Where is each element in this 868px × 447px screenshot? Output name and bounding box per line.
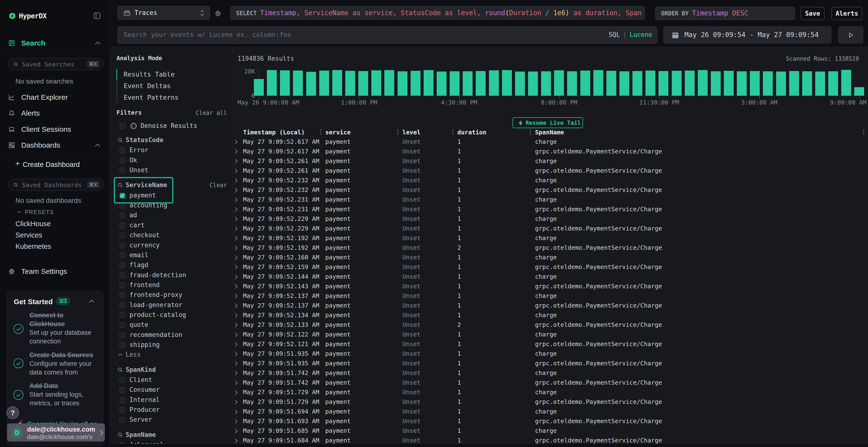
denoise-checkbox[interactable] (120, 123, 125, 129)
histogram-bar[interactable] (815, 72, 825, 96)
row-expand-chevron-icon[interactable] (235, 400, 238, 405)
checkbox[interactable] (120, 282, 125, 288)
column-header-timestamp-local-[interactable]: Timestamp (Local) (243, 129, 305, 136)
column-resize-handle[interactable] (530, 129, 531, 135)
row-expand-chevron-icon[interactable] (235, 342, 238, 347)
language-lucene-option[interactable]: Lucene (629, 31, 652, 38)
row-expand-chevron-icon[interactable] (235, 255, 238, 260)
histogram-bar[interactable] (371, 70, 381, 96)
histogram-bar[interactable] (789, 71, 799, 96)
table-row[interactable]: May 27 9:09:52.261 AMpaymentUnset1grpc.o… (233, 166, 868, 176)
checkbox[interactable] (120, 233, 125, 238)
histogram-bar[interactable] (358, 71, 368, 96)
checkbox[interactable] (120, 322, 125, 328)
column-header-spanname[interactable]: SpanName (535, 129, 564, 136)
checkbox[interactable] (120, 417, 125, 423)
histogram-bar[interactable] (593, 70, 603, 96)
histogram-bar[interactable] (280, 70, 290, 96)
table-row[interactable]: May 27 9:09:52.143 AMpaymentUnset1grpc.o… (233, 282, 868, 291)
checkbox[interactable] (120, 148, 125, 153)
checkbox[interactable] (120, 342, 125, 348)
table-row[interactable]: May 27 9:09:51.742 AMpaymentUnset1charge (233, 369, 868, 378)
histogram-bar[interactable] (632, 71, 642, 96)
table-row[interactable]: May 27 9:09:52.137 AMpaymentUnset1charge (233, 291, 868, 301)
analysis-mode-event-deltas[interactable]: Event Deltas (124, 80, 220, 92)
checkbox[interactable] (120, 312, 125, 318)
table-row[interactable]: May 27 9:09:52.617 AMpaymentUnset1charge (233, 137, 868, 147)
histogram-bar[interactable] (528, 72, 538, 96)
histogram-bar[interactable] (828, 71, 838, 96)
filter-option--closure-[interactable]: {closure} (110, 441, 233, 444)
histogram-bar[interactable] (515, 72, 525, 96)
preset-item-clickhouse[interactable]: ClickHouse (16, 220, 97, 230)
sql-select-editor[interactable]: SELECT Timestamp, ServiceName as service… (230, 6, 645, 20)
sidebar-item-chart-explorer[interactable]: Chart Explorer (0, 91, 110, 104)
row-expand-chevron-icon[interactable] (235, 216, 238, 221)
checkbox[interactable] (120, 253, 125, 258)
language-sql-option[interactable]: SQL (609, 31, 620, 38)
histogram-bar[interactable] (476, 71, 486, 96)
histogram-bar[interactable] (463, 71, 472, 96)
row-expand-chevron-icon[interactable] (235, 371, 238, 376)
analysis-mode-event-patterns[interactable]: Event Patterns (124, 92, 220, 103)
histogram-bar[interactable] (293, 71, 303, 96)
histogram-bar[interactable] (763, 71, 773, 96)
row-expand-chevron-icon[interactable] (235, 168, 238, 173)
row-expand-chevron-icon[interactable] (235, 226, 238, 231)
sidebar-item-dashboards[interactable]: Dashboards (0, 138, 110, 152)
saved-dashboards-input[interactable]: Saved Dashboards ⌘K (8, 179, 104, 191)
preset-item-kubernetes[interactable]: Kubernetes (16, 243, 97, 252)
table-row[interactable]: May 27 9:09:52.159 AMpaymentUnset1grpc.o… (233, 263, 868, 272)
filter-group-clear-link[interactable]: Clear (210, 182, 227, 188)
histogram-bar[interactable] (607, 71, 616, 96)
table-row[interactable]: May 27 9:09:52.232 AMpaymentUnset1charge (233, 176, 868, 185)
filter-option-server[interactable]: Server (110, 416, 233, 425)
row-expand-chevron-icon[interactable] (235, 351, 238, 356)
row-expand-chevron-icon[interactable] (235, 294, 238, 299)
column-header-service[interactable]: service (325, 129, 350, 136)
clear-all-filters-link[interactable]: Clear all (195, 110, 227, 116)
histogram-bar[interactable] (384, 70, 394, 96)
checkbox[interactable] (120, 213, 125, 218)
row-expand-chevron-icon[interactable] (235, 419, 238, 424)
checkbox-checked[interactable] (120, 193, 125, 199)
saved-searches-input[interactable]: Saved Searches ⌘K (8, 58, 104, 70)
checkbox[interactable] (120, 223, 125, 228)
histogram-bar[interactable] (254, 79, 264, 96)
user-menu[interactable]: D dale@clickhouse.com dale@clickhouse.co… (7, 423, 105, 442)
date-range-picker[interactable]: May 26 09:09:54 - May 27 09:09:54 (663, 27, 831, 43)
histogram-bar[interactable] (698, 70, 708, 96)
histogram-bar[interactable] (424, 70, 434, 96)
table-row[interactable]: May 27 9:09:52.160 AMpaymentUnset1charge (233, 253, 868, 263)
table-row[interactable]: May 27 9:09:52.229 AMpaymentUnset1grpc.o… (233, 224, 868, 234)
filter-option-flagd[interactable]: flagd (110, 261, 233, 271)
histogram-bar[interactable] (567, 71, 577, 96)
lucene-search-input[interactable]: Search your events w/ Lucene ex. column:… (117, 27, 657, 44)
row-expand-chevron-icon[interactable] (235, 332, 238, 337)
checkbox[interactable] (120, 203, 125, 208)
histogram-bar[interactable] (541, 71, 551, 96)
column-resize-handle[interactable] (397, 129, 399, 135)
filter-option-frontend[interactable]: frontend (110, 281, 233, 291)
sidebar-collapse-icon[interactable] (94, 12, 100, 19)
checkbox[interactable] (120, 377, 125, 383)
row-expand-chevron-icon[interactable] (235, 390, 238, 395)
histogram-bar[interactable] (646, 71, 655, 96)
column-resize-handle[interactable] (452, 129, 454, 135)
table-row[interactable]: May 27 9:09:52.122 AMpaymentUnset1charge (233, 330, 868, 340)
checkbox[interactable] (120, 158, 125, 163)
filter-option-shipping[interactable]: shipping (110, 341, 233, 350)
order-by-editor[interactable]: ORDER BY Timestamp DESC (655, 7, 795, 20)
table-row[interactable]: May 27 9:09:52.229 AMpaymentUnset1charge (233, 214, 868, 224)
row-expand-chevron-icon[interactable] (235, 178, 238, 183)
table-row[interactable]: May 27 9:09:51.935 AMpaymentUnset1charge (233, 349, 868, 359)
row-expand-chevron-icon[interactable] (235, 139, 238, 144)
table-row[interactable]: May 27 9:09:52.137 AMpaymentUnset1grpc.o… (233, 301, 868, 311)
histogram-bar[interactable] (554, 70, 564, 96)
histogram-bar[interactable] (750, 71, 760, 96)
histogram-bar[interactable] (737, 71, 747, 96)
filter-option-payment[interactable]: payment (110, 192, 233, 201)
row-expand-chevron-icon[interactable] (235, 428, 238, 434)
table-row[interactable]: May 27 9:09:51.694 AMpaymentUnset1charge (233, 407, 868, 417)
row-expand-chevron-icon[interactable] (235, 197, 238, 202)
